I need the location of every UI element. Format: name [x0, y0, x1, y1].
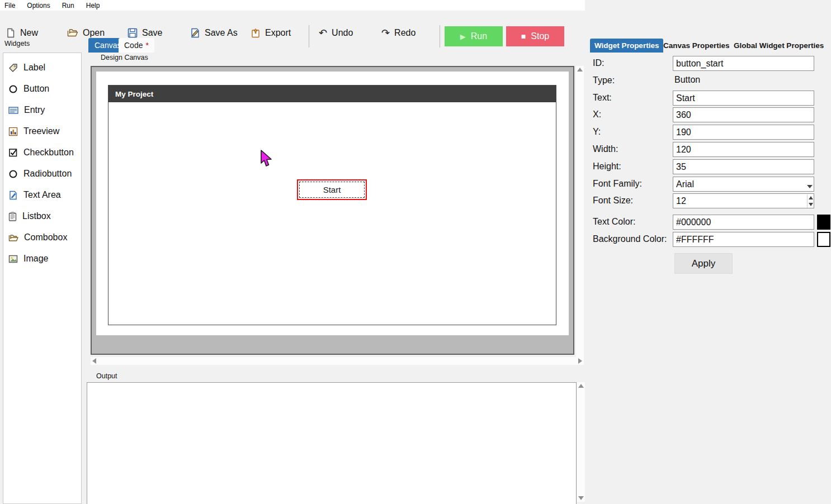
run-button[interactable]: ▶ Run	[445, 26, 503, 46]
stop-button[interactable]: ■ Stop	[506, 26, 564, 46]
widget-item-entry[interactable]: Entry	[3, 102, 81, 118]
text-color-label: Text Color:	[593, 217, 635, 227]
widget-item-button[interactable]: Button	[3, 80, 81, 97]
open-label: Open	[83, 28, 105, 38]
tab-canvas-properties[interactable]: Canvas Properties	[659, 39, 734, 53]
redo-button[interactable]: ↷ Redo	[381, 28, 416, 38]
open-button[interactable]: Open	[67, 28, 105, 38]
radio-circle-icon	[8, 169, 18, 179]
new-document-icon	[6, 28, 16, 38]
widget-item-checkbutton[interactable]: Checkbutton	[3, 144, 81, 161]
widgets-panel-title: Widgets	[4, 40, 30, 47]
output-label: Output	[96, 372, 117, 380]
widget-item-text: Treeview	[23, 126, 59, 136]
entry-field-icon	[8, 106, 18, 115]
run-label: Run	[471, 31, 487, 41]
tab-code[interactable]: Code *	[119, 38, 154, 53]
undo-button[interactable]: ↶ Undo	[319, 28, 353, 38]
id-input[interactable]	[673, 56, 814, 71]
prop-row-font-family: Font Family:	[585, 177, 831, 192]
prop-row-type: Type: Button	[585, 73, 831, 89]
design-surface[interactable]: My Project Start	[96, 72, 569, 335]
picture-icon	[8, 255, 18, 263]
canvas-vertical-scrollbar[interactable]	[576, 66, 584, 364]
prop-row-text-color: Text Color:	[585, 215, 831, 230]
output-vertical-scrollbar[interactable]	[577, 382, 585, 502]
font-family-label: Font Family:	[593, 179, 642, 189]
x-input[interactable]	[673, 107, 814, 122]
widget-item-label[interactable]: Label	[3, 59, 81, 76]
tab-widget-properties[interactable]: Widget Properties	[590, 39, 663, 53]
menu-file[interactable]: File	[4, 2, 15, 9]
save-label: Save	[142, 28, 162, 38]
widget-item-text: Checkbutton	[23, 148, 74, 158]
canvas-horizontal-scrollbar[interactable]	[91, 357, 584, 365]
text-input[interactable]	[673, 91, 814, 106]
preview-window: My Project Start	[108, 85, 556, 325]
toolbar-separator	[440, 25, 440, 47]
canvas-start-button-text: Start	[323, 185, 341, 194]
play-icon: ▶	[460, 32, 466, 41]
preview-window-body[interactable]: Start	[108, 102, 556, 325]
text-color-input[interactable]	[673, 215, 814, 230]
scroll-right-arrow-icon[interactable]	[578, 358, 582, 364]
y-input[interactable]	[673, 125, 814, 140]
prop-row-id: ID:	[585, 56, 831, 72]
save-as-button[interactable]: Save As	[190, 28, 238, 38]
widget-item-textarea[interactable]: Text Area	[3, 187, 81, 203]
scroll-left-arrow-icon[interactable]	[92, 358, 96, 364]
design-canvas-frame: My Project Start	[91, 66, 574, 355]
widget-item-image[interactable]: Image	[3, 250, 81, 267]
apply-button[interactable]: Apply	[674, 253, 733, 274]
toolbar-separator	[309, 25, 309, 47]
mouse-cursor-icon	[259, 150, 274, 168]
prop-row-width: Width:	[585, 142, 831, 158]
save-as-label: Save As	[205, 28, 238, 38]
clipboard-icon	[8, 212, 17, 221]
prop-row-y: Y:	[585, 125, 831, 140]
spinner-arrows-icon[interactable]	[807, 194, 813, 208]
folder-icon	[8, 234, 18, 242]
scroll-up-arrow-icon[interactable]	[577, 68, 583, 72]
new-label: New	[20, 28, 38, 38]
output-console[interactable]	[87, 382, 577, 504]
dropdown-arrow-icon[interactable]	[806, 182, 813, 191]
background-color-label: Background Color:	[593, 234, 667, 244]
design-canvas-label: Design Canvas	[101, 54, 148, 61]
scroll-up-arrow-icon[interactable]	[578, 384, 584, 388]
background-color-input[interactable]	[673, 232, 814, 247]
widget-item-text: Radiobutton	[23, 169, 72, 179]
new-button[interactable]: New	[6, 28, 38, 38]
widget-item-text: Label	[23, 63, 45, 73]
export-button[interactable]: Export	[251, 28, 291, 38]
canvas-start-button[interactable]: Start	[297, 179, 367, 200]
menu-run[interactable]: Run	[62, 2, 74, 9]
font-family-select[interactable]	[673, 177, 814, 192]
stop-label: Stop	[531, 31, 549, 41]
bar-chart-icon	[8, 127, 18, 136]
unsaved-indicator: *	[145, 41, 148, 50]
widget-item-radiobutton[interactable]: Radiobutton	[3, 165, 81, 182]
widget-item-text: Entry	[24, 105, 45, 115]
menu-help[interactable]: Help	[86, 2, 100, 9]
width-input[interactable]	[673, 142, 814, 157]
save-button[interactable]: Save	[128, 28, 162, 38]
prop-row-x: X:	[585, 107, 831, 123]
widget-item-text: Button	[23, 84, 49, 94]
widget-item-listbox[interactable]: Listbox	[3, 208, 81, 225]
export-label: Export	[265, 28, 291, 38]
background-color-swatch[interactable]	[817, 232, 830, 247]
height-input[interactable]	[673, 159, 814, 174]
prop-row-text: Text:	[585, 91, 831, 106]
widget-item-text: Text Area	[23, 190, 61, 200]
width-label: Width:	[593, 144, 618, 154]
text-color-swatch[interactable]	[817, 215, 830, 230]
widget-item-combobox[interactable]: Combobox	[3, 229, 81, 246]
scroll-down-arrow-icon[interactable]	[578, 496, 584, 500]
stop-square-icon: ■	[521, 32, 526, 41]
preview-window-title: My Project	[115, 90, 153, 98]
tab-global-widget-properties[interactable]: Global Widget Properties	[729, 39, 828, 53]
widget-item-treeview[interactable]: Treeview	[3, 123, 81, 140]
font-size-spinner[interactable]	[673, 193, 814, 208]
menu-options[interactable]: Options	[27, 2, 50, 9]
